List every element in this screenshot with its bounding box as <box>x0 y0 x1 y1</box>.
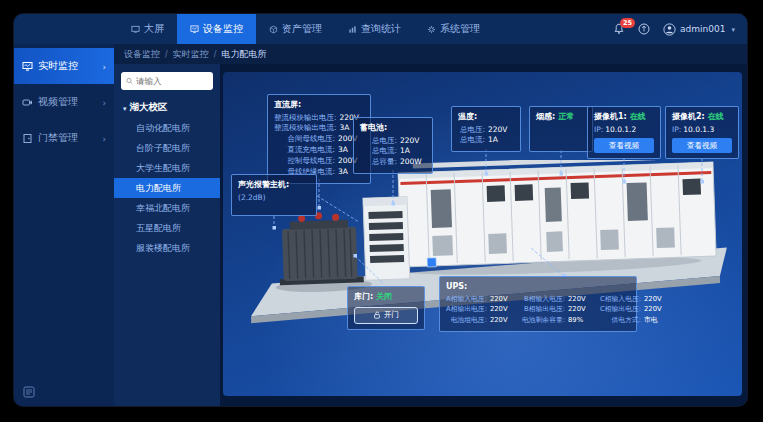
tree-root-label: 湖大校区 <box>130 101 168 114</box>
search-input[interactable] <box>136 76 208 86</box>
door-icon <box>22 133 33 144</box>
username: admin001 <box>680 24 725 34</box>
metric-label: 整流模块输出电流: <box>274 123 337 134</box>
metric-label: 直流充电电流: <box>274 145 335 156</box>
ups-panel: UPS: A相输入电压:220V B相输入电压:220V C相输入电压:220V… <box>439 276 637 332</box>
metric-value: 220V <box>400 136 426 147</box>
panel-title: 温度: <box>458 111 514 123</box>
panel-title: UPS: <box>446 281 630 293</box>
nav-item-asset-management[interactable]: 资产管理 <box>256 14 335 44</box>
sidebar-collapse-button[interactable] <box>23 386 35 398</box>
tree-expand-icon <box>123 102 127 113</box>
metric-value: 200W <box>400 157 426 168</box>
collapse-menu-icon <box>23 386 35 398</box>
temperature-panel: 温度: 总电压:220V 总电流:1A <box>451 106 521 152</box>
app-window: 大屏 设备监控 资产管理 查询统计 系统管理 <box>14 14 747 406</box>
alarm-host-value: (2.2dB) <box>238 193 310 204</box>
panel-title: 蓄电池: <box>360 122 426 134</box>
gear-icon <box>427 25 436 34</box>
metric-value: 市电 <box>644 316 666 326</box>
search-icon <box>126 77 133 85</box>
avatar-icon <box>663 23 676 36</box>
battery-panel: 蓄电池: 总电压:220V 总电流:1A 总容量:200W <box>353 117 433 174</box>
metric-label: 整流模块输出电压: <box>274 113 337 124</box>
tree-item[interactable]: 幸福北配电所 <box>121 198 213 218</box>
sidebar-item-label: 门禁管理 <box>38 131 78 145</box>
metric-value: 220V <box>488 125 514 136</box>
camera2-label: 摄像机2: <box>672 112 705 121</box>
metric-value: 220V <box>490 316 512 326</box>
tree-item[interactable]: 五星配电所 <box>121 218 213 238</box>
metric-value: 1A <box>400 146 426 157</box>
top-nav-bar: 大屏 设备监控 资产管理 查询统计 系统管理 <box>14 14 747 44</box>
metric-value: 1A <box>488 135 514 146</box>
tree-root-node[interactable]: 湖大校区 <box>123 101 213 114</box>
breadcrumb-level2[interactable]: 实时监控 <box>173 48 209 61</box>
tree-item[interactable]: 台阶子配电所 <box>121 138 213 158</box>
camera1-status: 在线 <box>630 112 646 121</box>
metric-value: 220V <box>568 295 590 305</box>
smoke-status: 正常 <box>558 112 574 121</box>
nav-label: 资产管理 <box>282 22 322 36</box>
breadcrumb-level1[interactable]: 设备监控 <box>124 48 160 61</box>
door-status: 关闭 <box>376 292 392 301</box>
panel-title: 摄像机1:在线 <box>594 111 654 123</box>
sidebar: 实时监控 视频管理 门禁管理 <box>14 44 114 406</box>
open-door-button[interactable]: 开门 <box>354 307 418 324</box>
fullscreen-icon <box>638 23 650 35</box>
tree-item[interactable]: 自动化配电所 <box>121 118 213 138</box>
sidebar-item-access-control[interactable]: 门禁管理 <box>14 120 114 156</box>
metric-label: 供电方式: <box>600 316 641 326</box>
video-camera-icon <box>22 97 33 108</box>
sidebar-item-label: 实时监控 <box>38 59 78 73</box>
nav-item-device-monitor[interactable]: 设备监控 <box>177 14 256 44</box>
nav-label: 系统管理 <box>440 22 480 36</box>
camera2-ip: IP:10.0.1.3 <box>672 125 732 136</box>
fullscreen-button[interactable] <box>638 20 650 39</box>
chevron-right-icon <box>102 61 106 72</box>
tree-item-selected[interactable]: 电力配电所 <box>114 178 220 198</box>
camera2-panel: 摄像机2:在线 IP:10.0.1.3 查看视频 <box>665 106 739 159</box>
smoke-sensor-panel: 烟感:正常 <box>529 106 593 152</box>
chevron-right-icon <box>102 133 106 144</box>
ip-label: IP: <box>672 125 681 134</box>
sidebar-item-label: 视频管理 <box>38 95 78 109</box>
tree-item[interactable]: 大学生配电所 <box>121 158 213 178</box>
panel-title: 库门:关闭 <box>354 291 418 303</box>
nav-item-query-statistics[interactable]: 查询统计 <box>335 14 414 44</box>
view-video-button[interactable]: 查看视频 <box>672 138 732 153</box>
breadcrumb-separator: / <box>165 50 168 59</box>
metric-label: 总容量: <box>360 157 397 168</box>
metric-value: 89% <box>568 316 590 326</box>
room-3d-viewport: 直流屏: 整流模块输出电压:220V 整流模块输出电流:3A 合闸母线电压:20… <box>223 72 742 396</box>
nav-item-dashboard[interactable]: 大屏 <box>118 14 177 44</box>
sidebar-item-video-management[interactable]: 视频管理 <box>14 84 114 120</box>
big-screen-icon <box>131 25 140 34</box>
view-video-button[interactable]: 查看视频 <box>594 138 654 153</box>
metric-label: 总电压: <box>360 136 397 147</box>
chevron-down-icon <box>729 24 735 34</box>
door-panel: 库门:关闭 开门 <box>347 286 425 330</box>
breadcrumb-separator: / <box>214 50 217 59</box>
metric-value: 220V <box>644 305 666 315</box>
nav-label: 设备监控 <box>203 22 243 36</box>
metric-value: 220V <box>490 295 512 305</box>
smoke-label: 烟感: <box>536 112 555 121</box>
open-door-label: 开门 <box>384 310 399 320</box>
notifications-button[interactable]: 25 <box>613 23 625 35</box>
tree-item[interactable]: 服装楼配电所 <box>121 238 213 258</box>
ip-value: 10.0.1.3 <box>683 125 714 134</box>
ip-label: IP: <box>594 125 603 134</box>
metric-label: A相输出电压: <box>446 305 487 315</box>
camera1-label: 摄像机1: <box>594 112 627 121</box>
camera2-status: 在线 <box>708 112 724 121</box>
sidebar-item-realtime-monitor[interactable]: 实时监控 <box>14 48 114 84</box>
nav-item-system-management[interactable]: 系统管理 <box>414 14 493 44</box>
metric-label: B相输出电压: <box>522 305 565 315</box>
metric-label: C相输出电压: <box>600 305 641 315</box>
user-menu[interactable]: admin001 <box>663 23 735 36</box>
screen-frame: 大屏 设备监控 资产管理 查询统计 系统管理 <box>0 0 763 422</box>
notification-badge: 25 <box>620 18 635 28</box>
station-tree-panel: 湖大校区 自动化配电所 台阶子配电所 大学生配电所 电力配电所 幸福北配电所 五… <box>114 64 220 406</box>
monitor-icon <box>22 61 33 72</box>
